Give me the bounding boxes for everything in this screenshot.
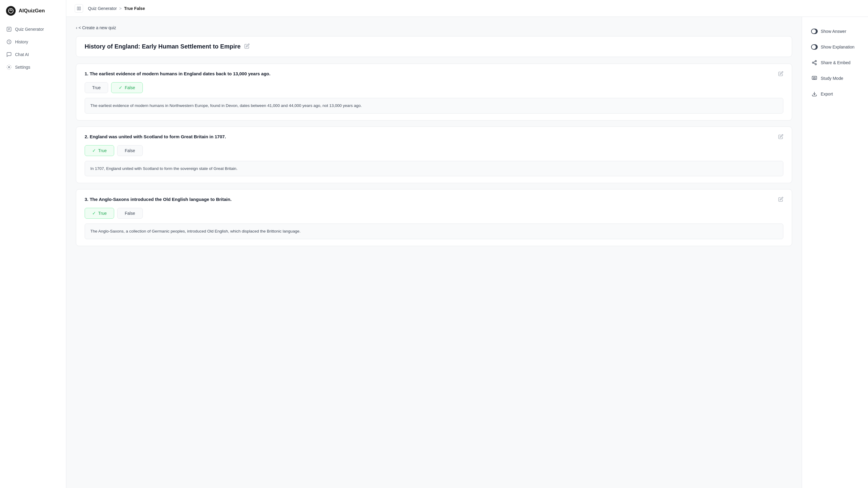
question-1-text: 1. The earliest evidence of modern human… xyxy=(85,70,778,78)
show-explanation-toggle-icon xyxy=(811,44,818,50)
sidebar-item-label: Settings xyxy=(15,65,30,69)
quiz-title-edit-icon[interactable] xyxy=(244,43,250,50)
question-2-explanation-text: In 1707, England united with Scotland to… xyxy=(90,166,238,171)
topbar: Quiz Generator > True False xyxy=(66,0,868,17)
question-1-false-label: False xyxy=(125,85,135,90)
sidebar-item-history[interactable]: History xyxy=(0,35,66,48)
share-embed-button[interactable]: Share & Embed xyxy=(807,55,863,70)
question-3-check-icon: ✓ xyxy=(92,211,96,216)
study-mode-icon xyxy=(811,75,818,82)
question-1-explanation: The earliest evidence of modern humans i… xyxy=(85,98,783,114)
sidebar-item-settings[interactable]: Settings xyxy=(0,61,66,73)
breadcrumb-separator: > xyxy=(119,6,122,11)
show-answer-button[interactable]: Show Answer xyxy=(807,24,863,38)
question-3-text: 3. The Anglo-Saxons introduced the Old E… xyxy=(85,196,778,203)
sidebar-nav: Quiz Generator History Chat AI xyxy=(0,23,66,73)
main-content: ‹ < Create a new quiz History of England… xyxy=(66,17,802,488)
chat-ai-icon xyxy=(6,52,12,58)
question-1-answers: True ✓ False xyxy=(85,82,783,93)
svg-line-9 xyxy=(813,63,815,64)
question-2-check-icon: ✓ xyxy=(92,148,96,153)
quiz-title-card: History of England: Early Human Settleme… xyxy=(76,36,792,57)
sidebar: AIQuizGen Quiz Generator History xyxy=(0,0,66,488)
question-2-explanation: In 1707, England united with Scotland to… xyxy=(85,161,783,177)
question-1-true-label: True xyxy=(92,85,101,90)
back-link[interactable]: ‹ < Create a new quiz xyxy=(76,25,792,30)
question-2-text: 2. England was united with Scotland to f… xyxy=(85,133,778,141)
question-card-3: 3. The Anglo-Saxons introduced the Old E… xyxy=(76,189,792,246)
question-3-edit-icon[interactable] xyxy=(778,197,783,203)
question-3-explanation: The Anglo-Saxons, a collection of German… xyxy=(85,223,783,239)
export-label: Export xyxy=(821,92,833,96)
study-mode-button[interactable]: Study Mode xyxy=(807,71,863,86)
question-2-body: England was united with Scotland to form… xyxy=(90,134,226,139)
question-1-explanation-text: The earliest evidence of modern humans i… xyxy=(90,103,362,108)
history-icon xyxy=(6,39,12,45)
show-answer-label: Show Answer xyxy=(821,29,846,34)
question-3-false-label: False xyxy=(125,211,135,216)
sidebar-item-label: History xyxy=(15,39,28,44)
question-3-true-label: True xyxy=(98,211,106,216)
question-1-edit-icon[interactable] xyxy=(778,71,783,78)
question-card-1: 1. The earliest evidence of modern human… xyxy=(76,64,792,121)
logo-text: AIQuizGen xyxy=(19,8,45,14)
show-explanation-label: Show Explanation xyxy=(821,44,855,50)
svg-point-3 xyxy=(8,67,10,68)
question-2-true-label: True xyxy=(98,148,106,153)
export-button[interactable]: Export xyxy=(807,87,863,101)
quiz-title: History of England: Early Human Settleme… xyxy=(85,43,241,50)
svg-point-7 xyxy=(812,62,814,64)
question-1-true-button[interactable]: True xyxy=(85,82,108,93)
show-explanation-button[interactable]: Show Explanation xyxy=(807,40,863,54)
breadcrumb-quiz-generator[interactable]: Quiz Generator xyxy=(88,6,117,11)
logo: AIQuizGen xyxy=(0,6,66,23)
back-link-label: < Create a new quiz xyxy=(79,25,116,30)
question-2-true-button[interactable]: ✓ True xyxy=(85,145,114,156)
main-area: Quiz Generator > True False ‹ < Create a… xyxy=(66,0,868,488)
export-icon xyxy=(811,91,818,97)
breadcrumb-current: True False xyxy=(124,6,145,11)
question-2-false-button[interactable]: False xyxy=(117,145,143,156)
topbar-layout-icon xyxy=(75,4,83,13)
question-3-true-button[interactable]: ✓ True xyxy=(85,208,114,219)
svg-rect-12 xyxy=(813,78,815,79)
svg-rect-4 xyxy=(78,7,79,10)
question-1-number: 1. xyxy=(85,71,89,76)
question-card-2: 2. England was united with Scotland to f… xyxy=(76,126,792,183)
breadcrumb: Quiz Generator > True False xyxy=(88,6,145,11)
question-2-false-label: False xyxy=(125,148,135,153)
content-wrapper: ‹ < Create a new quiz History of England… xyxy=(66,17,868,488)
question-3-header: 3. The Anglo-Saxons introduced the Old E… xyxy=(85,196,783,203)
question-1-check-icon: ✓ xyxy=(119,85,123,90)
question-3-false-button[interactable]: False xyxy=(117,208,143,219)
question-1-body: The earliest evidence of modern humans i… xyxy=(90,71,271,76)
question-2-header: 2. England was united with Scotland to f… xyxy=(85,133,783,141)
share-embed-label: Share & Embed xyxy=(821,60,850,65)
question-1-header: 1. The earliest evidence of modern human… xyxy=(85,70,783,78)
share-embed-icon xyxy=(811,59,818,66)
quiz-generator-icon xyxy=(6,26,12,32)
question-3-explanation-text: The Anglo-Saxons, a collection of German… xyxy=(90,229,301,234)
question-3-body: The Anglo-Saxons introduced the Old Engl… xyxy=(90,197,231,202)
show-answer-toggle-icon xyxy=(811,28,818,35)
sidebar-item-chat-ai[interactable]: Chat AI xyxy=(0,48,66,61)
settings-icon xyxy=(6,64,12,70)
question-2-number: 2. xyxy=(85,134,89,139)
svg-point-6 xyxy=(815,61,816,62)
question-2-answers: ✓ True False xyxy=(85,145,783,156)
svg-point-8 xyxy=(815,64,816,65)
svg-point-0 xyxy=(8,8,13,13)
question-1-false-button[interactable]: ✓ False xyxy=(111,82,143,93)
svg-rect-5 xyxy=(79,7,81,10)
sidebar-item-label: Quiz Generator xyxy=(15,27,44,32)
logo-icon xyxy=(6,6,16,16)
back-arrow-icon: ‹ xyxy=(76,25,78,30)
sidebar-item-quiz-generator[interactable]: Quiz Generator xyxy=(0,23,66,35)
study-mode-label: Study Mode xyxy=(821,76,843,81)
svg-line-10 xyxy=(813,61,815,62)
right-panel: Show Answer Show Explanation xyxy=(802,17,868,488)
question-3-number: 3. xyxy=(85,197,89,202)
sidebar-item-label: Chat AI xyxy=(15,52,29,57)
question-3-answers: ✓ True False xyxy=(85,208,783,219)
question-2-edit-icon[interactable] xyxy=(778,134,783,141)
